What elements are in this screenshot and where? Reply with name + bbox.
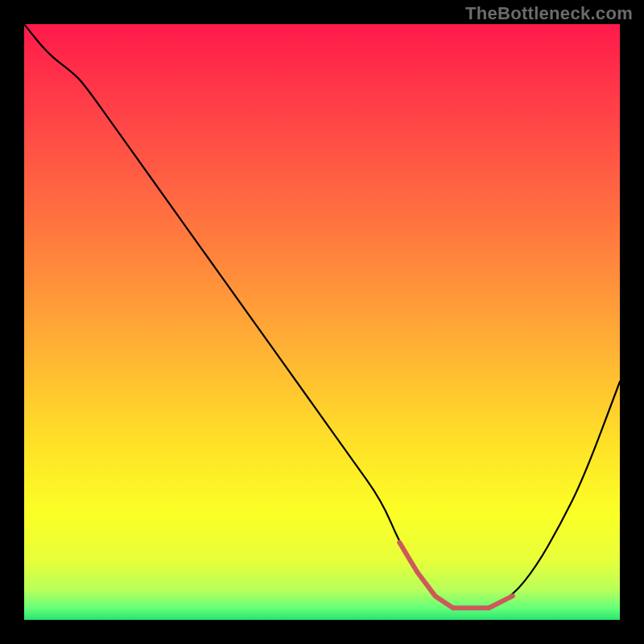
bottleneck-curve-chart: [24, 24, 620, 620]
gradient-background: [24, 24, 620, 620]
plot-area: [24, 24, 620, 620]
watermark-text: TheBottleneck.com: [465, 3, 633, 24]
chart-frame: TheBottleneck.com: [0, 0, 644, 644]
